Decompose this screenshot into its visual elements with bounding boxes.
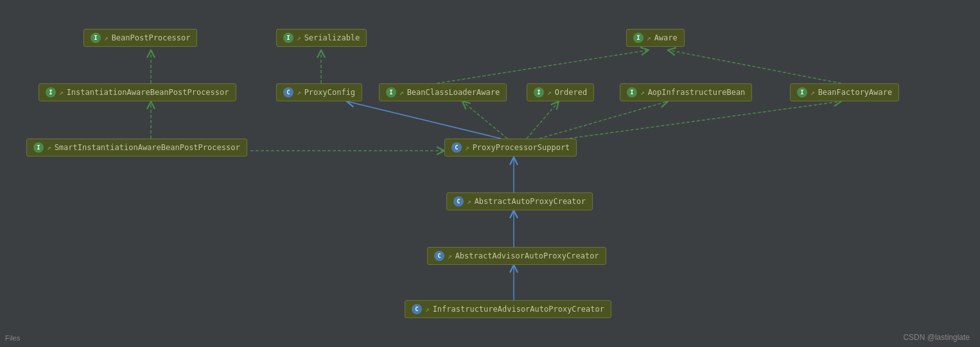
- badge-BeanClassLoaderAware: I: [386, 87, 396, 97]
- label-BeanPostProcessor: BeanPostProcessor: [112, 33, 191, 42]
- node-Aware: I ↗ Aware: [626, 29, 685, 47]
- node-InstantiationAwareBeanPostProcessor: I ↗ InstantiationAwareBeanPostProcessor: [39, 83, 236, 101]
- node-AbstractAutoProxyCreator: C ↗ AbstractAutoProxyCreator: [446, 192, 593, 210]
- svg-line-11: [549, 101, 841, 141]
- label-BeanClassLoaderAware: BeanClassLoaderAware: [407, 88, 500, 97]
- watermark: CSDN @lastinglate: [903, 333, 970, 342]
- node-Ordered: I ↗ Ordered: [527, 83, 594, 101]
- node-BeanClassLoaderAware: I ↗ BeanClassLoaderAware: [379, 83, 507, 101]
- arrows-svg: [0, 0, 980, 347]
- svg-line-7: [347, 101, 501, 139]
- label-SmartInstantiationAwareBeanPostProcessor: SmartInstantiationAwareBeanPostProcessor: [55, 143, 240, 152]
- badge-AbstractAutoProxyCreator: C: [453, 196, 464, 207]
- svg-line-9: [527, 101, 559, 139]
- diagram-container: I ↗ BeanPostProcessor I ↗ Serializable I…: [0, 0, 980, 347]
- badge-BeanPostProcessor: I: [91, 33, 101, 43]
- badge-Serializable: I: [283, 33, 293, 43]
- svg-line-5: [437, 50, 649, 83]
- badge-Aware: I: [633, 33, 643, 43]
- files-label: Files: [5, 334, 20, 342]
- label-AopInfrastructureBean: AopInfrastructureBean: [648, 88, 746, 97]
- label-ProxyProcessorSupport: ProxyProcessorSupport: [473, 143, 570, 152]
- badge-SmartInstantiation: I: [33, 142, 44, 153]
- label-BeanFactoryAware: BeanFactoryAware: [818, 88, 893, 97]
- node-BeanPostProcessor: I ↗ BeanPostProcessor: [83, 29, 197, 47]
- node-AopInfrastructureBean: I ↗ AopInfrastructureBean: [620, 83, 752, 101]
- badge-ProxyConfig: C: [283, 87, 293, 97]
- svg-line-10: [539, 101, 668, 139]
- node-ProxyProcessorSupport: C ↗ ProxyProcessorSupport: [444, 139, 577, 157]
- badge-AbstractAdvisorAutoProxyCreator: C: [434, 251, 444, 261]
- label-Aware: Aware: [654, 33, 678, 42]
- label-Serializable: Serializable: [304, 33, 360, 42]
- label-ProxyConfig: ProxyConfig: [304, 88, 355, 97]
- node-AbstractAdvisorAutoProxyCreator: C ↗ AbstractAdvisorAutoProxyCreator: [427, 247, 606, 265]
- label-AbstractAdvisorAutoProxyCreator: AbstractAdvisorAutoProxyCreator: [455, 251, 599, 260]
- label-Ordered: Ordered: [555, 88, 588, 97]
- node-ProxyConfig: C ↗ ProxyConfig: [276, 83, 362, 101]
- node-InfrastructureAdvisorAutoProxyCreator: C ↗ InfrastructureAdvisorAutoProxyCreato…: [405, 300, 611, 318]
- node-SmartInstantiationAwareBeanPostProcessor: I ↗ SmartInstantiationAwareBeanPostProce…: [26, 139, 247, 157]
- svg-line-6: [668, 50, 841, 83]
- label-InstantiationAwareBeanPostProcessor: InstantiationAwareBeanPostProcessor: [67, 88, 229, 97]
- badge-InfrastructureAdvisorAutoProxyCreator: C: [412, 304, 422, 314]
- badge-ProxyProcessorSupport: C: [451, 142, 462, 153]
- svg-line-8: [462, 101, 507, 139]
- badge-BeanFactoryAware: I: [797, 87, 807, 97]
- badge-Ordered: I: [534, 87, 544, 97]
- label-AbstractAutoProxyCreator: AbstractAutoProxyCreator: [475, 197, 586, 206]
- badge-AopInfrastructureBean: I: [627, 87, 637, 97]
- label-InfrastructureAdvisorAutoProxyCreator: InfrastructureAdvisorAutoProxyCreator: [433, 305, 604, 314]
- node-BeanFactoryAware: I ↗ BeanFactoryAware: [790, 83, 899, 101]
- badge-InstantiationAwareBeanPostProcessor: I: [46, 87, 56, 97]
- node-Serializable: I ↗ Serializable: [276, 29, 367, 47]
